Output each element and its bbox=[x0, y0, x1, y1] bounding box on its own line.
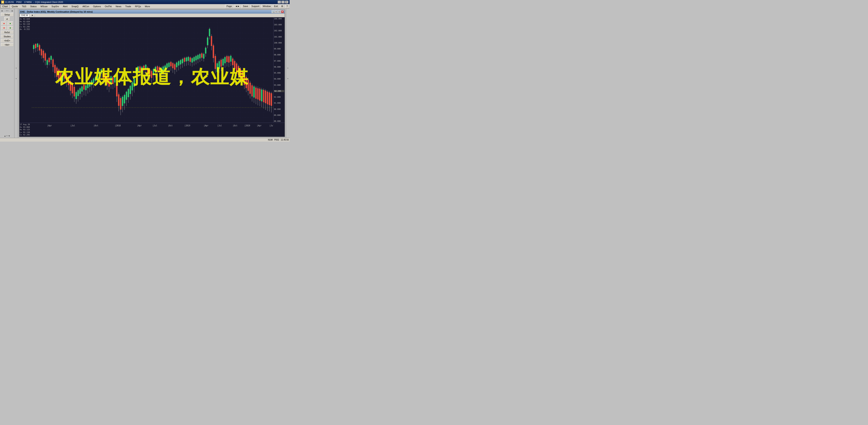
svg-rect-199 bbox=[195, 56, 196, 60]
svg-rect-189 bbox=[186, 58, 187, 61]
svg-rect-97 bbox=[97, 75, 98, 79]
nav-left-arrow[interactable]: ◄ bbox=[1, 10, 3, 12]
price-label: 104.000 bbox=[274, 18, 284, 20]
page-button[interactable]: Page bbox=[225, 4, 233, 8]
menu-alert[interactable]: Alert bbox=[61, 4, 69, 8]
svg-rect-169 bbox=[166, 64, 168, 68]
svg-rect-65 bbox=[66, 74, 67, 82]
menu-quote[interactable]: Quote bbox=[10, 4, 20, 8]
intd-button[interactable]: <IntD> bbox=[1, 39, 13, 42]
save-button[interactable]: Save bbox=[242, 4, 250, 8]
minimize-button[interactable]: ─ bbox=[278, 1, 281, 3]
maximize-button[interactable]: □ bbox=[281, 1, 285, 3]
menu-snapq[interactable]: SnapQ bbox=[69, 4, 80, 8]
studies-button[interactable]: Studies bbox=[1, 35, 13, 38]
svg-rect-71 bbox=[72, 84, 73, 93]
menu-more[interactable]: More bbox=[143, 4, 152, 8]
svg-rect-259 bbox=[253, 87, 255, 97]
menu-news[interactable]: News bbox=[114, 4, 123, 8]
svg-rect-89 bbox=[89, 82, 90, 87]
svg-rect-163 bbox=[161, 68, 162, 73]
menu-ordtkt[interactable]: OrdTkt bbox=[103, 4, 114, 8]
window-button[interactable]: Window bbox=[261, 4, 272, 8]
menu-supsrv[interactable]: SupSrv bbox=[50, 4, 61, 8]
svg-rect-191 bbox=[188, 57, 189, 61]
svg-rect-179 bbox=[176, 63, 177, 67]
svg-rect-91 bbox=[91, 80, 92, 85]
svg-rect-243 bbox=[238, 66, 239, 75]
svg-rect-135 bbox=[134, 78, 135, 86]
svg-rect-35 bbox=[37, 44, 38, 47]
status-bar: NUM P002 11:45:56 bbox=[0, 138, 289, 141]
chart-window: DXE - Dollar Index (ICE), Weekly Continu… bbox=[19, 9, 285, 137]
menu-options[interactable]: Options bbox=[91, 4, 103, 8]
chart-tab-dropdown[interactable]: ▼ bbox=[30, 14, 35, 17]
chart-canvas[interactable] bbox=[32, 17, 273, 123]
chart-restore-button[interactable]: □ bbox=[278, 10, 281, 13]
window-controls: ─ □ ✕ bbox=[278, 1, 288, 3]
svg-rect-171 bbox=[168, 63, 169, 67]
sidebar-bottom-nav: ▲ ▼ bbox=[3, 134, 11, 137]
svg-rect-139 bbox=[137, 67, 138, 71]
chart-right-arrow[interactable]: + bbox=[287, 67, 288, 69]
svg-rect-107 bbox=[106, 76, 108, 84]
svg-rect-41 bbox=[43, 51, 44, 58]
chart-title-text: DXE - Dollar Index (ICE), Weekly Continu… bbox=[20, 10, 272, 13]
price-label: 100.000 bbox=[274, 42, 284, 44]
svg-rect-183 bbox=[180, 60, 181, 64]
svg-rect-151 bbox=[149, 70, 150, 76]
main-layout: ◄ ► Setup 🖨 ■ ■ ✚ ✚ ReScl Studies <IntD>… bbox=[0, 9, 289, 138]
svg-rect-273 bbox=[267, 92, 268, 104]
menu-trade[interactable]: Trade bbox=[123, 4, 133, 8]
svg-rect-207 bbox=[203, 54, 205, 59]
price-label: 98.000 bbox=[274, 54, 284, 56]
menu-ts[interactable]: T&S bbox=[20, 4, 28, 8]
settings-button[interactable]: ⚙ bbox=[280, 4, 285, 8]
menu-allcon[interactable]: AllCon bbox=[81, 4, 91, 8]
svg-rect-261 bbox=[255, 88, 257, 99]
sidebar-icon-row-3: ✚ ✚ bbox=[1, 26, 13, 30]
icon-green-2[interactable]: ✚ bbox=[7, 26, 13, 30]
chart-left-arrow-2[interactable]: + bbox=[16, 77, 17, 80]
nav-right-arrow[interactable]: ► bbox=[11, 10, 13, 12]
chart-red-icon[interactable]: ■ bbox=[1, 22, 7, 26]
svg-rect-267 bbox=[261, 90, 262, 101]
svg-rect-175 bbox=[172, 63, 174, 68]
exit-button[interactable]: Exit bbox=[273, 4, 279, 8]
bottom-low: L= 92.110 bbox=[20, 131, 31, 134]
svg-rect-67 bbox=[68, 77, 69, 85]
svg-rect-201 bbox=[197, 55, 199, 59]
svg-rect-227 bbox=[223, 59, 224, 66]
chart-tab-dxew[interactable]: DXE.W bbox=[20, 14, 30, 17]
dot bbox=[7, 10, 8, 11]
sidebar-icon-row-1: 🖨 bbox=[4, 17, 10, 21]
chart-minimize-button[interactable]: ─ bbox=[275, 10, 278, 13]
page-nav-button[interactable]: ◄► bbox=[234, 4, 241, 8]
list-button[interactable]: <list> bbox=[1, 43, 13, 46]
svg-rect-253 bbox=[248, 80, 249, 91]
help-button[interactable]: ? bbox=[285, 4, 289, 8]
icon-red-2[interactable]: ✚ bbox=[1, 26, 7, 30]
price-label: 92.000 bbox=[274, 96, 284, 98]
chart-info-button[interactable]: 🔍 bbox=[272, 10, 275, 13]
chart-left-arrow[interactable]: + bbox=[16, 67, 17, 69]
nav-up-arrow[interactable]: ▲ bbox=[4, 135, 6, 137]
svg-text:|2018: |2018 bbox=[115, 125, 121, 127]
print-icon[interactable]: 🖨 bbox=[4, 17, 10, 21]
ohlc-close: C= 92.295 bbox=[20, 26, 31, 28]
menu-status[interactable]: Status bbox=[28, 4, 38, 8]
price-label: 88.000 bbox=[274, 120, 284, 122]
nav-down-arrow[interactable]: ▼ bbox=[8, 135, 10, 137]
chart-close-button[interactable]: ✕ bbox=[281, 10, 284, 13]
support-button[interactable]: Support bbox=[250, 4, 261, 8]
close-button[interactable]: ✕ bbox=[285, 1, 288, 3]
rescl-button[interactable]: ReScl bbox=[1, 31, 13, 34]
svg-rect-69 bbox=[70, 81, 71, 91]
chart-right-arrow-2[interactable]: + bbox=[287, 77, 288, 80]
svg-rect-103 bbox=[103, 72, 104, 79]
chart-green-icon[interactable]: ■ bbox=[7, 22, 13, 26]
menu-chart[interactable]: Chart bbox=[0, 4, 10, 8]
menu-mscan[interactable]: MScan bbox=[38, 4, 49, 8]
menu-rfqs[interactable]: RFQs bbox=[133, 4, 143, 8]
setup-button[interactable]: Setup bbox=[1, 13, 13, 17]
